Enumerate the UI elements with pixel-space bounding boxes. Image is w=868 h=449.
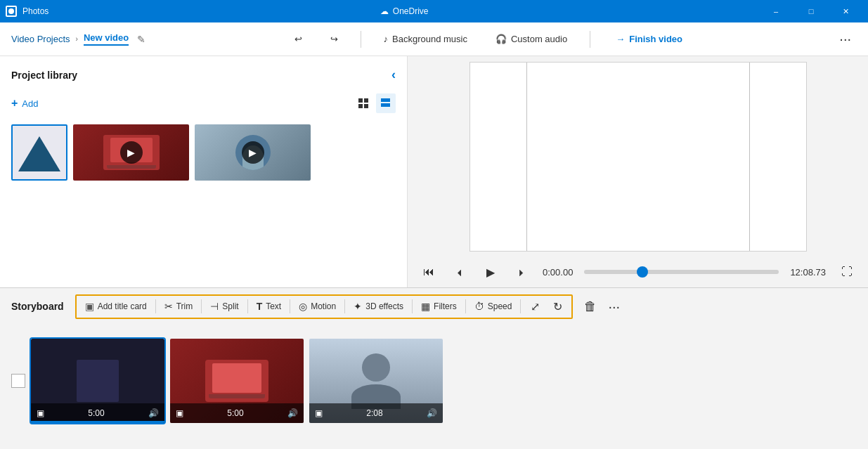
breadcrumb-separator: › bbox=[76, 35, 78, 43]
trim-button[interactable]: ✂ Trim bbox=[159, 298, 199, 315]
text-icon: T bbox=[257, 301, 263, 312]
content-wrapper: Project library ‹ + Add bbox=[0, 56, 868, 449]
speed-button[interactable]: ⏱ Speed bbox=[469, 298, 518, 315]
clip-audio-icon: 🔊 bbox=[427, 408, 437, 418]
svg-rect-5 bbox=[364, 104, 368, 108]
clip-progress-bar bbox=[31, 421, 164, 423]
3d-icon: ✦ bbox=[354, 301, 362, 312]
motion-label: Motion bbox=[311, 301, 336, 311]
split-icon: ⊣ bbox=[210, 301, 219, 312]
add-label: Add bbox=[22, 98, 38, 109]
video-preview bbox=[469, 62, 807, 252]
custom-audio-button[interactable]: 🎧 Custom audio bbox=[490, 31, 573, 47]
toolbar-separator-2 bbox=[590, 31, 590, 48]
sb-separator-1 bbox=[155, 299, 156, 313]
clip-item[interactable]: ▣ 5:00 🔊 bbox=[170, 339, 304, 423]
delete-clip-button[interactable]: 🗑 bbox=[578, 297, 602, 317]
svg-rect-6 bbox=[381, 98, 390, 102]
library-title: Project library bbox=[11, 70, 77, 81]
motion-icon: ◎ bbox=[299, 301, 307, 312]
filters-button[interactable]: ▦ Filters bbox=[415, 298, 462, 315]
toolbar-more-button[interactable]: ··· bbox=[834, 28, 857, 50]
3d-effects-button[interactable]: ✦ 3D effects bbox=[348, 298, 409, 315]
close-button[interactable]: ✕ bbox=[830, 0, 862, 22]
current-time: 0:00.00 bbox=[543, 267, 573, 278]
svg-point-1 bbox=[8, 8, 14, 14]
preview-area bbox=[408, 56, 868, 256]
resize-button[interactable]: ⤢ bbox=[524, 297, 546, 316]
onedrive-icon: ☁ bbox=[380, 6, 389, 16]
finish-icon: → bbox=[616, 34, 625, 44]
finish-video-button[interactable]: → Finish video bbox=[607, 31, 691, 47]
split-label: Split bbox=[222, 301, 238, 311]
clip-select-checkbox[interactable] bbox=[11, 374, 25, 388]
title-bar: Photos ☁ OneDrive – □ ✕ bbox=[0, 0, 868, 22]
play-button[interactable]: ▶ bbox=[481, 262, 500, 282]
svg-rect-4 bbox=[358, 104, 363, 108]
sb-separator-6 bbox=[412, 299, 413, 313]
trim-label: Trim bbox=[176, 301, 193, 311]
background-music-button[interactable]: ♪ Background music bbox=[378, 31, 473, 47]
onedrive-section: ☁ OneDrive bbox=[380, 6, 429, 16]
view-toggle bbox=[354, 93, 396, 113]
motion-button[interactable]: ◎ Motion bbox=[293, 298, 342, 315]
collapse-library-button[interactable]: ‹ bbox=[391, 67, 396, 82]
storyboard-toolbar: Storyboard ▣ Add title card ✂ Trim ⊣ Spl… bbox=[0, 288, 868, 325]
svg-rect-3 bbox=[364, 98, 368, 103]
sb-separator-7 bbox=[465, 299, 466, 313]
split-button[interactable]: ⊣ Split bbox=[205, 298, 244, 315]
add-media-button[interactable]: + Add bbox=[11, 97, 38, 110]
step-forward-button[interactable]: ⏵ bbox=[512, 262, 531, 282]
trim-icon: ✂ bbox=[164, 301, 173, 312]
media-item[interactable]: ▶ bbox=[195, 124, 311, 181]
play-overlay: ▶ bbox=[242, 141, 264, 164]
breadcrumb-parent[interactable]: Video Projects bbox=[11, 34, 70, 44]
media-item[interactable]: ▶ bbox=[73, 124, 189, 181]
redo-icon: ↪ bbox=[330, 34, 338, 44]
timeline-scrubber[interactable] bbox=[584, 270, 779, 274]
clip-item[interactable]: ▣ 2:08 🔊 bbox=[309, 339, 443, 423]
background-music-label: Background music bbox=[392, 34, 467, 44]
svg-rect-7 bbox=[381, 103, 390, 107]
volume-button[interactable]: ↻ bbox=[546, 297, 569, 316]
end-time: 12:08.73 bbox=[790, 267, 826, 278]
filters-icon: ▦ bbox=[421, 301, 430, 312]
text-button[interactable]: T Text bbox=[251, 298, 287, 315]
fullscreen-button[interactable]: ⛶ bbox=[837, 262, 857, 282]
clip-item[interactable]: ▣ 5:00 🔊 bbox=[31, 339, 164, 423]
storyboard-clips: ▣ 5:00 🔊 ▣ 5:00 🔊 bbox=[0, 325, 868, 437]
edit-title-icon[interactable]: ✎ bbox=[137, 34, 145, 45]
clip-info: ▣ 5:00 🔊 bbox=[170, 403, 304, 423]
sb-separator-3 bbox=[247, 299, 248, 313]
volume-adjust-icon: ↻ bbox=[553, 300, 562, 313]
resize-icon: ⤢ bbox=[531, 300, 540, 313]
maximize-button[interactable]: □ bbox=[795, 0, 827, 22]
video-frame-icon: ▣ bbox=[37, 408, 44, 418]
storyboard-more-button[interactable]: ··· bbox=[605, 296, 623, 318]
sb-separator-8 bbox=[520, 299, 521, 313]
grid-small-button[interactable] bbox=[354, 93, 373, 113]
media-item[interactable] bbox=[11, 124, 67, 181]
app-title: Photos bbox=[22, 6, 48, 16]
undo-button[interactable]: ↩ bbox=[289, 31, 308, 47]
add-title-card-button[interactable]: ▣ Add title card bbox=[79, 298, 153, 315]
skip-to-start-button[interactable]: ⏮ bbox=[419, 262, 439, 282]
video-frame-icon: ▣ bbox=[176, 408, 183, 418]
timeline-thumb[interactable] bbox=[637, 266, 648, 278]
project-library-panel: Project library ‹ + Add bbox=[0, 56, 408, 287]
undo-icon: ↩ bbox=[294, 34, 302, 44]
plus-icon: + bbox=[11, 97, 18, 110]
redo-button[interactable]: ↪ bbox=[325, 31, 344, 47]
custom-audio-label: Custom audio bbox=[511, 34, 567, 44]
headphones-icon: 🎧 bbox=[495, 34, 507, 44]
preview-panel: ⏮ ⏴ ▶ ⏵ 0:00.00 12:08.73 ⛶ bbox=[408, 56, 868, 287]
step-back-button[interactable]: ⏴ bbox=[450, 262, 469, 282]
minimize-button[interactable]: – bbox=[760, 0, 792, 22]
3d-effects-label: 3D effects bbox=[365, 301, 403, 311]
speed-icon: ⏱ bbox=[474, 301, 484, 312]
sb-separator-2 bbox=[201, 299, 202, 313]
grid-large-button[interactable] bbox=[376, 93, 396, 113]
play-overlay: ▶ bbox=[120, 141, 143, 164]
app-icon bbox=[6, 6, 17, 17]
library-toolbar: + Add bbox=[0, 88, 407, 119]
